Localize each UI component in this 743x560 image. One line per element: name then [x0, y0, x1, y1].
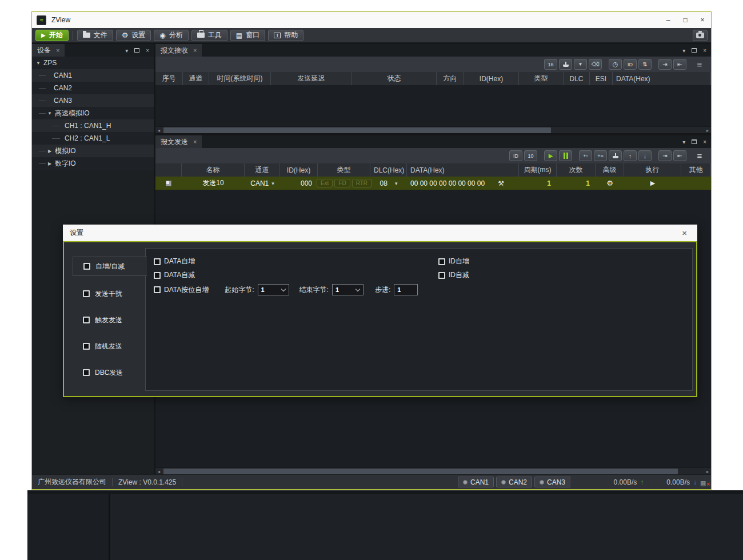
- receive-hscrollbar[interactable]: ◂ ▸: [155, 126, 711, 133]
- option-data-increment[interactable]: DATA自增: [154, 257, 195, 266]
- start-byte-select[interactable]: 1: [258, 284, 289, 295]
- close-icon[interactable]: ×: [703, 47, 706, 54]
- tab-message-receive[interactable]: 报文接收 ×: [155, 44, 202, 57]
- dialog-close-button[interactable]: ×: [678, 228, 690, 238]
- option-data-decrement[interactable]: DATA自减: [154, 270, 195, 280]
- frame-data[interactable]: 00 00 00 00 00 00 00 00: [410, 179, 485, 187]
- end-byte-select[interactable]: 1: [332, 284, 363, 295]
- column-header[interactable]: 方向: [437, 72, 464, 85]
- scroll-lock-button[interactable]: ⇅: [638, 59, 652, 70]
- frame-name[interactable]: 发送10: [202, 178, 223, 188]
- float-window-icon[interactable]: [692, 48, 697, 53]
- import-button[interactable]: ⇤: [673, 59, 686, 70]
- file-button[interactable]: 文件: [77, 30, 113, 41]
- import-button[interactable]: ⇤: [673, 150, 686, 161]
- minimize-button[interactable]: –: [660, 12, 677, 28]
- tree-item-can3[interactable]: CAN3: [32, 94, 154, 107]
- column-header[interactable]: 类型: [318, 163, 370, 177]
- dialog-tab-random-send[interactable]: 随机发送: [73, 337, 145, 356]
- column-header[interactable]: DLC: [564, 72, 590, 85]
- column-header[interactable]: ID(Hex): [280, 163, 318, 177]
- rtr-flag-button[interactable]: RTR: [352, 179, 372, 187]
- data-increment-checkbox[interactable]: [154, 258, 161, 265]
- export-button[interactable]: ⇥: [658, 150, 672, 161]
- scrollbar-thumb[interactable]: [163, 469, 678, 474]
- close-icon[interactable]: ×: [146, 47, 149, 54]
- column-header[interactable]: 时间(系统时间): [209, 72, 271, 85]
- send-start-button[interactable]: ▶: [544, 150, 557, 161]
- column-header[interactable]: 序号: [155, 72, 183, 85]
- float-window-icon[interactable]: [692, 139, 697, 144]
- column-header[interactable]: 名称: [182, 163, 245, 177]
- column-header[interactable]: 次数: [557, 163, 596, 177]
- close-icon[interactable]: ×: [703, 139, 706, 145]
- random-tab-checkbox[interactable]: [83, 343, 90, 350]
- export-button[interactable]: ⇥: [658, 59, 672, 70]
- scroll-left-icon[interactable]: ◂: [155, 468, 162, 474]
- id-display-button[interactable]: ID: [624, 59, 637, 70]
- frame-id[interactable]: 000: [301, 179, 312, 187]
- fd-flag-button[interactable]: FD: [334, 179, 350, 187]
- dialog-tab-interference[interactable]: 发送干扰: [73, 284, 145, 303]
- scroll-left-icon[interactable]: ◂: [155, 127, 162, 134]
- channel-select[interactable]: CAN1 ▾: [245, 177, 280, 190]
- erase-button[interactable]: ⌫: [589, 59, 602, 70]
- scrollbar-thumb[interactable]: [163, 127, 551, 133]
- column-header[interactable]: DATA(Hex): [407, 163, 519, 177]
- dialog-tab-dbc-send[interactable]: DBC发送: [73, 363, 145, 382]
- period-value[interactable]: 1: [547, 179, 551, 187]
- can3-indicator[interactable]: CAN3: [534, 477, 570, 487]
- chevron-down-icon[interactable]: ▾: [125, 47, 128, 54]
- trigger-tab-checkbox[interactable]: [83, 317, 90, 323]
- analyze-button[interactable]: ◉ 分析: [154, 30, 188, 41]
- move-up-button[interactable]: ↑: [624, 150, 637, 161]
- tree-item-can1[interactable]: CAN1: [32, 69, 154, 82]
- data-bitwise-checkbox[interactable]: [154, 286, 161, 293]
- close-icon[interactable]: ×: [193, 47, 197, 54]
- tree-item-ch2[interactable]: CH2 : CAN1_L: [32, 132, 154, 145]
- column-header[interactable]: 状态: [352, 72, 437, 85]
- tab-message-send[interactable]: 报文发送 ×: [155, 135, 202, 148]
- column-header[interactable]: 高级: [596, 163, 624, 177]
- column-header[interactable]: 类型: [519, 72, 564, 85]
- tree-item-analog-io[interactable]: ▶ 模拟IO: [32, 145, 154, 157]
- column-header[interactable]: 执行: [624, 163, 681, 177]
- close-icon[interactable]: ×: [56, 47, 59, 54]
- ext-flag-button[interactable]: Ext: [317, 179, 333, 187]
- dialog-tab-trigger-send[interactable]: 触发发送: [73, 310, 145, 330]
- id-increment-checkbox[interactable]: [438, 258, 445, 265]
- can2-indicator[interactable]: CAN2: [496, 477, 532, 487]
- send-table-row[interactable]: 发送10 CAN1 ▾ 000 Ext FD RTR 08 ▾: [155, 177, 711, 190]
- timestamp-button[interactable]: ◷: [609, 59, 622, 70]
- clear-list-button[interactable]: [559, 59, 572, 70]
- chevron-down-icon[interactable]: ▼: [47, 111, 53, 116]
- tree-item-ch1[interactable]: CH1 : CAN1_H: [32, 119, 154, 132]
- help-button[interactable]: 帮助: [268, 30, 303, 41]
- column-header[interactable]: DLC(Hex): [370, 163, 407, 177]
- tree-item-digital-io[interactable]: ▶ 数字IO: [32, 157, 154, 170]
- increment-tab-checkbox[interactable]: [83, 263, 90, 270]
- filter-button[interactable]: ▼: [574, 59, 587, 70]
- interference-tab-checkbox[interactable]: [83, 290, 90, 297]
- chevron-down-icon[interactable]: ▼: [35, 61, 41, 66]
- execute-play-icon[interactable]: ▶: [650, 179, 655, 187]
- chevron-down-icon[interactable]: ▾: [682, 139, 685, 145]
- float-window-icon[interactable]: [134, 48, 139, 53]
- dialog-tab-increment[interactable]: 自增/自减: [73, 257, 147, 276]
- column-header[interactable]: [155, 163, 182, 177]
- chevron-right-icon[interactable]: ▶: [47, 149, 53, 154]
- close-button[interactable]: ×: [694, 12, 711, 28]
- id-format-button[interactable]: ID: [509, 150, 522, 161]
- start-button[interactable]: ▶ 开始: [35, 30, 69, 41]
- panel-menu-button[interactable]: ≡: [693, 150, 706, 161]
- column-header[interactable]: 发送延迟: [271, 72, 352, 85]
- settings-button[interactable]: ⚙ 设置: [116, 30, 151, 41]
- send-hscrollbar[interactable]: ◂ ▸: [155, 467, 711, 474]
- option-data-bitwise-increment[interactable]: DATA按位自增 起始字节: 1 结束字节: 1 步进: 1: [154, 284, 418, 295]
- chevron-right-icon[interactable]: ▶: [47, 161, 53, 166]
- panel-menu-button[interactable]: ≡: [693, 59, 706, 70]
- screenshot-button[interactable]: [693, 30, 708, 41]
- column-header[interactable]: ESI: [590, 72, 613, 85]
- tree-item-highspeed-analog-io[interactable]: ▼ 高速模拟IO: [32, 107, 154, 119]
- data-format-button[interactable]: 10: [524, 150, 537, 161]
